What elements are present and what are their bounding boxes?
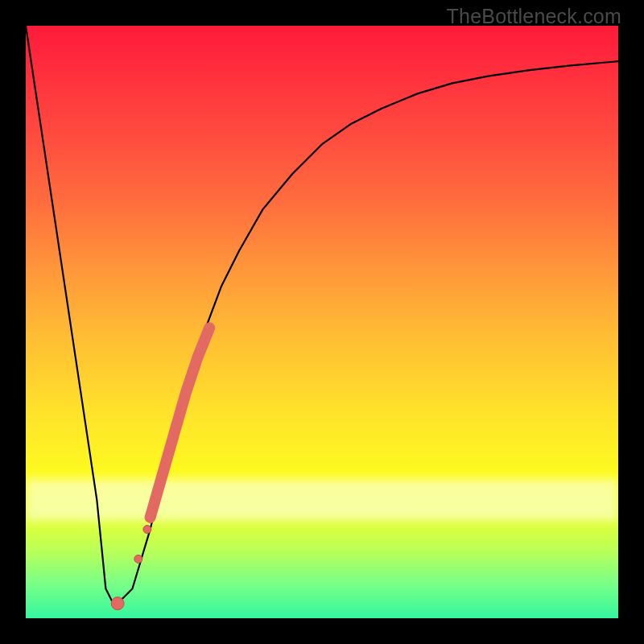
data-marker xyxy=(111,597,124,610)
plot-area xyxy=(26,26,618,618)
data-markers xyxy=(111,526,151,610)
data-marker xyxy=(134,555,142,563)
data-marker xyxy=(143,526,151,534)
highlighted-segment xyxy=(151,328,210,518)
curve-layer xyxy=(26,26,618,618)
watermark-text: TheBottleneck.com xyxy=(447,5,621,28)
bottleneck-curve xyxy=(26,26,618,606)
chart-frame: TheBottleneck.com xyxy=(0,0,644,644)
